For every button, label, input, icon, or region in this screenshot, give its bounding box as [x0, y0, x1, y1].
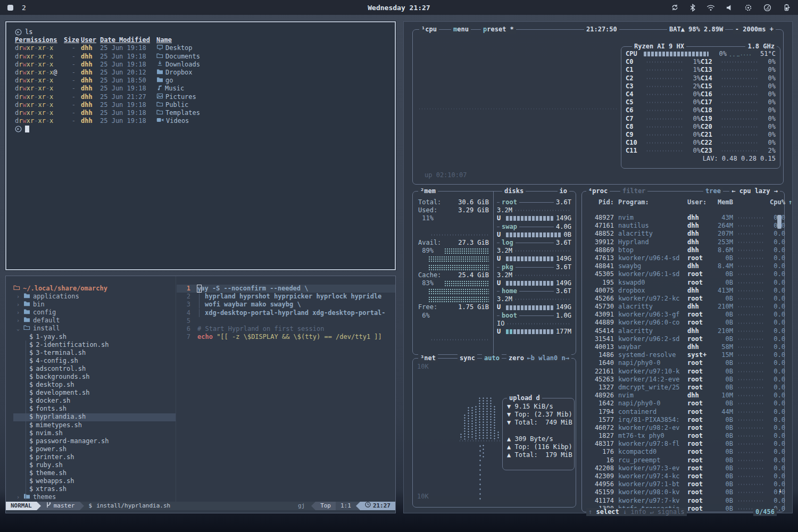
net-sync-option[interactable]: sync [458, 354, 477, 362]
proc-tab[interactable]: ⁴proc [586, 187, 610, 195]
process-row[interactable]: 1827mt76-tx phy0root0B0.0 [585, 432, 775, 440]
btop-window[interactable]: ¹cpu menu preset * 21:27:50 BAT▲ 98% 2.8… [403, 21, 793, 513]
process-row[interactable]: 1640napi/phy0-0root0B0.0 [585, 359, 775, 367]
sort-direction-icon[interactable]: ↑ [788, 198, 792, 206]
tree-item-bin[interactable]: ›bin [13, 301, 176, 309]
process-row[interactable]: 22161kworker/u97:10-kroot0B0.0 [585, 368, 775, 376]
process-row[interactable]: 1327dmcrypt_write/25root0B0.0 [585, 384, 775, 392]
process-row[interactable]: 47161nautilusdhh264M0.0 [585, 222, 775, 230]
tree-item-nvim-sh[interactable]: $nvim.sh [13, 429, 176, 437]
process-row[interactable]: 48926nvimdhh10M0.0 [585, 392, 775, 400]
process-row[interactable]: 48317kworker/u97:8-flroot0B0.0 [585, 440, 775, 448]
tree-item-password-manager-sh[interactable]: $password-manager.sh [13, 437, 176, 445]
process-row[interactable]: 42309kworker/u97:4-kcroot0B0.0 [585, 472, 775, 480]
process-row[interactable]: 45159kworker/u98:0-kvroot0B0.0 [585, 488, 775, 496]
proc-header[interactable]: Pid: Program: User: MemB Cpu% ↑ [585, 198, 781, 206]
tree-item-applications[interactable]: ›applications [13, 293, 176, 301]
tree-item-1-yay-sh[interactable]: $1-yay.sh [13, 333, 176, 341]
tree-item-webapps-sh[interactable]: $webapps.sh [13, 477, 176, 485]
bluetooth-icon[interactable] [690, 4, 695, 12]
tree-item-development-sh[interactable]: $development.sh [13, 389, 176, 397]
process-row[interactable]: 45414alacrittydhh210M0.0 [585, 327, 775, 335]
terminal-prompt-2[interactable] [15, 125, 386, 133]
process-row[interactable]: 47613kworker/u96:4-sdroot0B0.0 [585, 254, 775, 262]
preset-button[interactable]: preset * [481, 26, 516, 34]
tree-item-themes[interactable]: ›themes [13, 493, 176, 501]
gauge-icon[interactable] [763, 4, 771, 12]
code-line-4[interactable]: 4xdg-desktop-portal-hyprland xdg-desktop… [177, 309, 395, 317]
battery-icon[interactable] [783, 4, 791, 11]
code-line-7[interactable]: 7echo "[[ -z \$DISPLAY && \$(tty) == /de… [177, 333, 395, 341]
code-line-6[interactable]: 6# Start Hyprland on first session [177, 325, 395, 333]
wifi-icon[interactable] [706, 4, 715, 11]
process-row[interactable]: 42208kworker/u97:3-evroot0B0.0 [585, 464, 775, 472]
updates-icon[interactable] [671, 4, 679, 11]
tree-item-backgrounds-sh[interactable]: $backgrounds.sh [13, 373, 176, 381]
process-row[interactable]: 48852alacrittydhh207M0.0 [585, 230, 775, 238]
cpu-tab[interactable]: ¹cpu [419, 26, 439, 34]
tree-item-power-sh[interactable]: $power.sh [13, 445, 176, 453]
process-row[interactable]: 44956kworker/u97:1-btroot0B0.0 [585, 480, 775, 488]
tree-item-printer-sh[interactable]: $printer.sh [13, 453, 176, 461]
net-tab[interactable]: ³net [418, 354, 438, 362]
tree-item-default[interactable]: ›default [13, 317, 176, 325]
proc-footer[interactable]: ↑ select ↓ info ↵ signals [586, 508, 687, 516]
upload-box-title[interactable]: upload d [507, 394, 542, 402]
tree-item-hyprlandia-sh[interactable]: $hyprlandia.sh [13, 413, 176, 421]
tree-item-adscontrol-sh[interactable]: $adscontrol.sh [13, 365, 176, 373]
process-row[interactable]: 40075dropboxdhh413M0.0 [585, 287, 775, 295]
process-row[interactable]: 1794containerdroot44M0.0 [585, 408, 775, 416]
process-row[interactable]: 16rcu_preemptroot0B0.0 [585, 456, 775, 464]
proc-sort[interactable]: ← cpu lazy → [729, 187, 780, 195]
process-row[interactable]: 43091kworker/u96:3-gfroot0B0.0 [585, 311, 775, 319]
volume-icon[interactable] [726, 4, 733, 11]
scroll-down-icon[interactable]: ↓ [778, 487, 782, 495]
tree-item-2-identification-sh[interactable]: $2-identification.sh [13, 341, 176, 349]
terminal-window[interactable]: ls PermissionsSizeUserDate ModifiedNamed… [5, 21, 396, 270]
net-interface[interactable]: ←b wlan0 n→ [525, 354, 571, 362]
tree-root[interactable]: ~/.local/share/omarchy [13, 285, 176, 293]
process-row[interactable]: 1642napi/phy0-0root0B0.0 [585, 400, 775, 408]
process-row[interactable]: 44889kworker/u96:0-coroot0B0.0 [585, 319, 775, 327]
process-row[interactable]: 46072kworker/u98:2-evroot0B0.0 [585, 424, 775, 432]
process-row[interactable]: 45305kworker/u96:1-sdroot0B0.0 [585, 270, 775, 278]
proc-tree-toggle[interactable]: tree [703, 187, 723, 195]
process-row[interactable]: 40013waybardhh58M0.0 [585, 343, 775, 351]
process-row[interactable]: 39912Hyprlanddhh253M0.0 [585, 238, 775, 246]
tree-item-3-terminal-sh[interactable]: $3-terminal.sh [13, 349, 176, 357]
code-line-1[interactable]: 1y ay -S --noconfirm --needed \ [177, 285, 395, 293]
net-auto-option[interactable]: auto [482, 354, 502, 362]
code-line-2[interactable]: 2hyprland hyprshot hyprpicker hyprlock h… [177, 293, 395, 301]
process-row[interactable]: 176kcompactd0root0B0.0 [585, 448, 775, 456]
proc-scrollbar-thumb[interactable] [777, 215, 782, 229]
tree-item-desktop-sh[interactable]: $desktop.sh [13, 381, 176, 389]
code-editor[interactable]: 1y ay -S --noconfirm --needed \2hyprland… [177, 276, 395, 502]
process-row[interactable]: 48869btopdhh8.6M0.0 [585, 246, 775, 254]
process-row[interactable]: 1577irq/81-PIXA3854:root0B0.0 [585, 416, 775, 424]
process-row[interactable]: 45266kworker/u97:2-kcroot0B0.0 [585, 295, 775, 303]
process-row[interactable]: 41174kworker/u97:7-kvroot0B0.0 [585, 497, 775, 505]
code-line-5[interactable]: 5 [177, 317, 395, 325]
process-row[interactable]: 48841swaybgdhh8.4M0.0 [585, 262, 775, 270]
tree-item-theme-sh[interactable]: $theme.sh [13, 469, 176, 477]
tree-item-install[interactable]: ⌄install [13, 325, 176, 332]
tree-item-docker-sh[interactable]: $docker.sh [13, 397, 176, 405]
tree-item-4-config-sh[interactable]: $4-config.sh [13, 357, 176, 365]
tree-item-ruby-sh[interactable]: $ruby.sh [13, 461, 176, 469]
process-row[interactable]: 48927nvimdhh43M0.0 [585, 214, 775, 222]
process-row[interactable]: 31541kworker/u96:2-sdroot0B0.0 [585, 335, 775, 343]
process-row[interactable]: 1486systemd-resolvesyst+15M0.0 [585, 351, 775, 359]
tree-item-xtras-sh[interactable]: $xtras.sh [13, 485, 176, 493]
process-row[interactable]: 195kswapd0root0B0.0 [585, 279, 775, 287]
menu-button[interactable]: menu [451, 26, 471, 34]
process-row[interactable]: 45730alacrittydhh210M0.0 [585, 303, 775, 311]
tree-item-config[interactable]: ›config [13, 309, 176, 317]
gear-icon[interactable] [744, 4, 752, 12]
nvim-window[interactable]: ~/.local/share/omarchy›applications›bin›… [5, 276, 396, 513]
code-line-3[interactable]: 3wofi waybar mako swaybg \ [177, 301, 395, 309]
update-interval[interactable]: - 2000ms + [733, 26, 776, 34]
proc-filter[interactable]: filter [620, 187, 647, 195]
process-row[interactable]: 45263kworker/14:2-everoot0B0.0 [585, 376, 775, 384]
tree-item-fonts-sh[interactable]: $fonts.sh [13, 405, 176, 413]
net-zero-option[interactable]: zero [506, 354, 526, 362]
